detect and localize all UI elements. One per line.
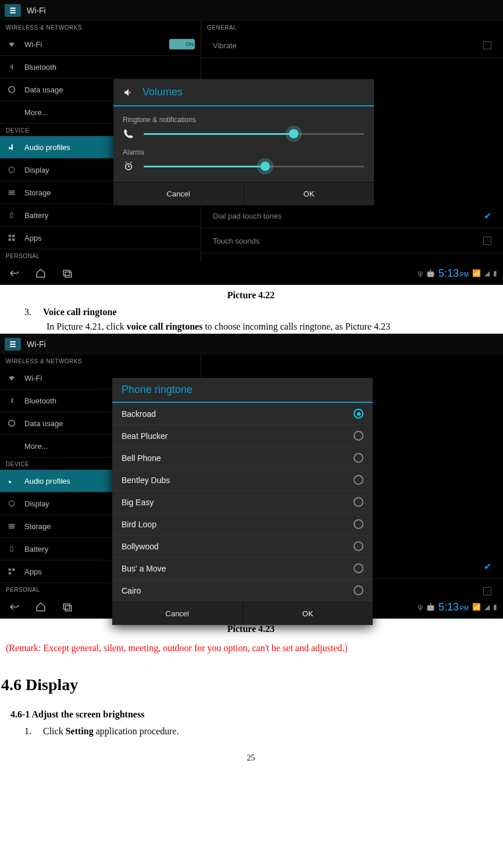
- section-wireless-networks: WIRELESS & NETWORKS: [0, 355, 201, 367]
- usb-icon: ψ: [418, 269, 423, 277]
- wifi-signal-icon: 📶: [472, 603, 481, 611]
- settings-app-icon: [5, 338, 21, 351]
- cell-signal-icon: ◢: [484, 269, 490, 277]
- ringtone-option[interactable]: Cairo: [112, 580, 373, 602]
- data-usage-icon: [6, 417, 17, 429]
- radio-icon[interactable]: [354, 453, 363, 463]
- radio-icon[interactable]: [354, 541, 363, 551]
- row-battery[interactable]: Battery: [0, 204, 201, 227]
- nav-left: [6, 265, 76, 281]
- row-bluetooth[interactable]: Bluetooth: [0, 56, 201, 78]
- ringtone-option[interactable]: Bus' a Move: [112, 558, 373, 580]
- ringtone-list[interactable]: Backroad Beat Plucker Bell Phone Bentley…: [112, 403, 373, 602]
- slider-fill: [144, 166, 265, 167]
- row-apps-label: Apps: [24, 234, 42, 242]
- volumes-dialog: Volumes Ringtone & notifications Alarms: [113, 79, 374, 205]
- ringtone-option[interactable]: Beat Plucker: [112, 425, 373, 447]
- step-1: 1. Click Setting application procedure.: [24, 724, 502, 739]
- radio-icon[interactable]: [354, 519, 363, 529]
- row-apps[interactable]: Apps: [0, 227, 201, 249]
- svg-rect-10: [12, 238, 15, 241]
- svg-point-14: [9, 420, 15, 427]
- screenshot-phone-ringtone: Wi-Fi WIRELESS & NETWORKS Wi-Fi Bluetoot…: [0, 334, 503, 619]
- row-wifi-label: Wi-Fi: [24, 40, 42, 49]
- checkbox-checked-icon[interactable]: ✔: [484, 210, 491, 222]
- step-number: 1.: [24, 724, 41, 739]
- svg-rect-23: [63, 604, 70, 609]
- storage-icon: [6, 187, 17, 198]
- svg-point-0: [9, 87, 15, 93]
- dialog-title: Volumes: [142, 86, 183, 98]
- ok-button[interactable]: OK: [244, 183, 374, 205]
- radio-icon[interactable]: [354, 431, 363, 441]
- row-touch-sounds-label: Touch sounds: [213, 237, 259, 245]
- svg-rect-16: [9, 524, 15, 526]
- storage-icon: [6, 520, 17, 532]
- slider-thumb[interactable]: [261, 162, 270, 171]
- ringtone-option[interactable]: Bird Loop: [112, 513, 373, 535]
- row-vibrate[interactable]: Vibrate: [201, 33, 503, 58]
- status-tray: ψ 🤖 5:13PM 📶 ◢ ▮: [418, 267, 497, 280]
- ringtone-option[interactable]: Bentley Dubs: [112, 469, 373, 491]
- alarms-slider[interactable]: [144, 166, 365, 167]
- svg-rect-4: [9, 194, 15, 195]
- svg-rect-12: [63, 270, 70, 276]
- svg-rect-21: [12, 569, 15, 571]
- window-title-bar: Wi-Fi: [0, 0, 503, 21]
- checkbox-unchecked-icon[interactable]: [483, 237, 491, 245]
- alarm-clock-icon: [123, 161, 134, 172]
- radio-icon[interactable]: [354, 497, 363, 507]
- radio-selected-icon[interactable]: [354, 409, 363, 419]
- audio-profiles-icon: [6, 475, 17, 487]
- radio-icon[interactable]: [354, 585, 363, 595]
- section-4-6-title: 4.6 Display: [1, 672, 502, 697]
- list-item-3-title: Voice call ringtone: [43, 307, 117, 317]
- cancel-button[interactable]: Cancel: [113, 183, 244, 205]
- radio-icon[interactable]: [354, 475, 363, 485]
- remark-text: (Remark: Except general, silent, meeting…: [6, 641, 496, 656]
- row-dial-pad-tones-label: Dial pad touch tones: [213, 212, 282, 220]
- apps-icon: [6, 566, 17, 577]
- ringtone-option[interactable]: Bollywood: [112, 535, 373, 558]
- ringtone-option[interactable]: Backroad: [112, 403, 373, 425]
- dialog-header: Volumes: [113, 79, 374, 106]
- ok-button[interactable]: OK: [243, 602, 373, 625]
- ringtone-slider[interactable]: [144, 133, 365, 135]
- svg-rect-2: [9, 191, 15, 192]
- back-icon[interactable]: [6, 265, 22, 281]
- checkbox-unchecked-icon[interactable]: [483, 587, 491, 595]
- home-icon[interactable]: [33, 599, 49, 615]
- checkbox-checked-icon[interactable]: ✔: [484, 561, 491, 572]
- phone-ring-icon: [123, 128, 134, 139]
- android-icon: 🤖: [426, 603, 435, 611]
- row-touch-sounds[interactable]: Touch sounds: [201, 228, 503, 253]
- document-body-2: Picture 4.23 (Remark: Except general, si…: [0, 622, 503, 764]
- window-title-bar: Wi-Fi: [0, 334, 503, 355]
- recent-apps-icon[interactable]: [59, 599, 76, 615]
- svg-rect-24: [65, 606, 72, 611]
- alarms-slider-label: Alarms: [123, 148, 365, 156]
- ringtone-option[interactable]: Big Easy: [112, 491, 373, 513]
- ringtone-option[interactable]: Bell Phone: [112, 447, 373, 469]
- battery-status-icon: ▮: [493, 269, 497, 277]
- wifi-toggle[interactable]: ON: [169, 39, 195, 49]
- row-bluetooth-label: Bluetooth: [24, 63, 56, 72]
- cancel-button[interactable]: Cancel: [112, 602, 243, 625]
- radio-icon[interactable]: [354, 563, 363, 573]
- home-icon[interactable]: [33, 265, 49, 281]
- row-vibrate-label: Vibrate: [213, 41, 237, 50]
- clock: 5:13PM: [438, 601, 469, 613]
- ringtone-slider-row: [123, 126, 365, 145]
- back-icon[interactable]: [6, 599, 22, 615]
- checkbox-unchecked-icon[interactable]: [483, 41, 491, 49]
- row-wifi[interactable]: Wi-Fi ON: [0, 33, 201, 56]
- row-dial-pad-tones[interactable]: Dial pad touch tones ✔: [201, 203, 503, 228]
- row-audio-profiles-label: Audio profiles: [24, 143, 70, 152]
- page-number: 25: [0, 752, 502, 765]
- cell-signal-icon: ◢: [484, 603, 490, 611]
- svg-rect-17: [9, 526, 15, 527]
- recent-apps-icon[interactable]: [59, 265, 76, 281]
- slider-thumb[interactable]: [289, 129, 298, 138]
- section-personal: PERSONAL: [0, 249, 201, 262]
- row-storage-label: Storage: [24, 188, 51, 197]
